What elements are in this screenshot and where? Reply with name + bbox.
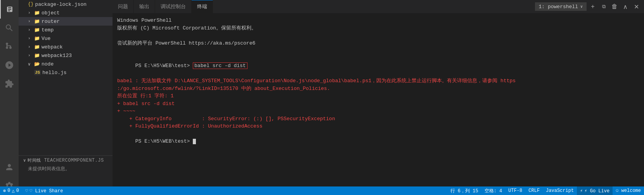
maximize-button[interactable]: ∧ [621,2,630,11]
chevron-right-icon: › [28,28,34,32]
live-share-icon: ♡ [25,188,28,194]
folder-icon: 📁 [34,36,40,41]
terminal-content[interactable]: Windows PowerShell 版权所有 (C) Microsoft Co… [113,14,644,186]
prompt-text: PS E:\H5\WEB\test> [135,63,193,69]
json-icon: {} [28,2,33,7]
chevron-right-icon: › [28,53,34,58]
encoding-status[interactable]: UTF-8 [505,186,525,195]
sidebar-item-label: temp [42,27,54,33]
split-terminal-button[interactable]: ⧉ [599,2,608,11]
account-icon[interactable] [0,158,19,176]
chevron-right-icon: › [28,10,34,15]
sidebar-item-hello-js[interactable]: JS hello.js [19,68,113,77]
add-terminal-button[interactable]: + [588,2,597,11]
warnings-count: 0 [16,188,19,193]
term-line-4: 尝试新的跨平台 PowerShell https://aka.ms/pscore… [117,40,639,47]
sidebar-item-webpack123[interactable]: › 📁 webpack123 [19,51,113,60]
folder-icon: 📁 [34,10,40,16]
prompt-text-2: PS E:\H5\WEB\test> [135,138,193,144]
chevron-down-icon: ∨ [28,62,34,67]
term-line-2: 版权所有 (C) Microsoft Corporation。保留所有权利。 [117,24,639,32]
kill-terminal-button[interactable]: 🗑 [610,2,619,11]
sidebar-item-router[interactable]: › 📁 router [19,17,113,26]
sidebar: {} package-lock.json › 📁 object › 📁 rout… [19,0,113,178]
timeline-filename: teacherCommponent.js [44,158,104,163]
files-icon[interactable] [0,0,19,19]
close-panel-button[interactable]: ✕ [632,2,641,11]
status-right: 行 6，列 15 空格: 4 UTF-8 CRLF JavaScript ⚡ ⚡… [447,186,644,195]
folder-icon: 📁 [34,19,40,24]
sidebar-item-label: hello.js [42,70,66,76]
go-live-status[interactable]: ⚡ ⚡ Go Live [577,186,613,195]
line-ending-status[interactable]: CRLF [525,186,543,195]
sidebar-item-label: Vue [42,36,50,41]
timeline-header[interactable]: ∨ 时间线 teacherCommponent.js [19,156,113,165]
live-share-status[interactable]: ♡ ♡ Live Share [22,186,66,195]
sidebar-item-label: package-lock.json [35,2,87,7]
line-col-status[interactable]: 行 6，列 15 [447,186,481,195]
git-icon[interactable] [0,37,19,56]
tab-output[interactable]: 输出 [134,0,155,14]
tab-debug-console[interactable]: 调试控制台 [155,0,192,14]
search-icon[interactable] [0,19,19,37]
term-line-8: :/go.microsoft.com/fwlink/?LinkID=135170… [117,85,639,93]
terminal-selector[interactable]: 1: powershell ∨ [535,2,587,11]
status-left: ⊗ 0 △ 0 ♡ ♡ Live Share [0,186,66,195]
sidebar-item-node[interactable]: ∨ 📂 node [19,60,113,68]
folder-icon: 📁 [34,27,40,33]
language-status[interactable]: JavaScript [543,186,577,195]
errors-count: 0 [7,188,10,193]
term-line-5 [117,47,639,55]
spaces-text: 空格: 4 [485,188,502,194]
term-line-12: + CategoryInfo : SecurityError: (:) [], … [117,115,639,123]
chevron-down-icon: ∨ [23,158,26,163]
remote-icon: ⊗ [3,188,6,194]
sidebar-item-temp[interactable]: › 📁 temp [19,26,113,34]
sidebar-item-label: webpack123 [42,53,72,59]
activity-bar [0,0,19,195]
timeline-info: 未提供时间表信息。 [19,165,113,173]
term-line-13: + FullyQualifiedErrorId : UnauthorizedAc… [117,123,639,130]
term-line-1: Windows PowerShell [117,17,639,24]
line-col-text: 行 6，列 15 [450,188,478,194]
language-text: JavaScript [546,188,574,193]
debug-icon[interactable] [0,56,19,74]
sidebar-item-label: router [42,19,60,24]
js-file-icon: JS [34,70,41,75]
timeline-section: ∨ 时间线 teacherCommponent.js 未提供时间表信息。 [19,155,113,186]
sidebar-item-object[interactable]: › 📁 object [19,9,113,17]
panel-controls: 1: powershell ∨ + ⧉ 🗑 ∧ ✕ [532,2,644,11]
remote-status[interactable]: ⊗ 0 △ 0 [0,186,22,195]
line-ending-text: CRLF [528,188,540,193]
folder-open-icon: 📂 [34,61,40,67]
go-live-icon: ⚡ [580,188,583,194]
timeline-label: 时间线 [28,157,41,163]
term-line-11: + ~~~~ [117,107,639,115]
chevron-right-icon: › [28,36,34,41]
cursor [193,139,196,144]
term-line-14: PS E:\H5\WEB\test> [117,130,639,153]
status-bar: ⊗ 0 △ 0 ♡ ♡ Live Share 行 6，列 15 空格: 4 UT… [0,186,644,195]
panel-tabs: 问题 输出 调试控制台 终端 [113,0,532,14]
tab-terminal[interactable]: 终端 [192,0,213,14]
chevron-right-icon: › [28,19,34,24]
sidebar-item-package-lock[interactable]: {} package-lock.json [19,0,113,9]
warnings-icon: △ [12,188,14,194]
term-line-9: 所在位置 行:1 字符: 1 [117,92,639,100]
go-live-text: ⚡ Go Live [584,188,609,194]
chevron-down-icon: ∨ [580,4,583,9]
sidebar-item-label: object [42,10,60,16]
folder-icon: 📁 [34,53,40,59]
sidebar-item-vue[interactable]: › 📁 Vue [19,34,113,43]
spaces-status[interactable]: 空格: 4 [481,186,506,195]
encoding-text: UTF-8 [508,188,522,193]
extensions-icon[interactable] [0,74,19,93]
term-line-7: babel : 无法加载文件 D:\LANCE_SYSTEM_TOOLS\Con… [117,77,639,85]
smiley-status[interactable]: ☺ welcome [613,186,644,195]
folder-icon: 📁 [34,44,40,50]
live-share-label: ♡ Live Share [29,188,63,194]
term-line-10: + babel src -d dist [117,100,639,108]
sidebar-item-label: webpack [42,44,63,50]
sidebar-item-webpack[interactable]: › 📁 webpack [19,43,113,51]
tab-issues[interactable]: 问题 [113,0,134,14]
